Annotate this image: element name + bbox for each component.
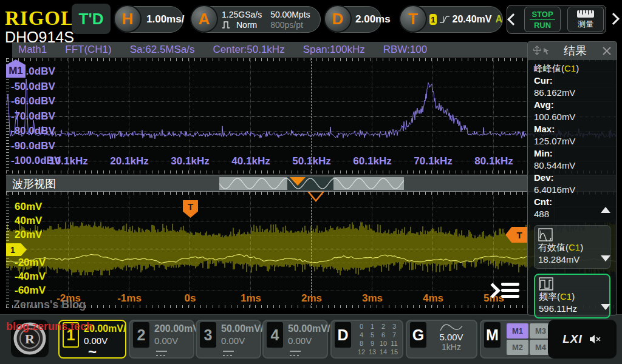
pulse-icon (222, 21, 234, 29)
generator-badge: G (410, 322, 426, 348)
expand-reference-marker[interactable] (307, 192, 324, 202)
rising-edge-icon (439, 15, 450, 24)
chevron-right-icon[interactable] (607, 13, 620, 25)
trigger-status-badge[interactable]: T'D (72, 4, 111, 34)
channel-2-offset: 0.00V (154, 335, 178, 346)
stop-run-button[interactable]: STOP RUN (524, 7, 561, 32)
results-panel[interactable]: 结果 峰峰值(C1) Cur:86.162mVAvg:100.60mVMax:1… (527, 41, 617, 315)
wave-y-label: 20mV (15, 229, 42, 241)
top-toolbar: RIGOL T'D H 1.00ms/ A 1.25GSa/s 50.00Mpt… (0, 0, 622, 39)
digital-channel-number: 8 (356, 340, 367, 348)
rms-value: 18.284mV (538, 254, 606, 266)
generator-frequency: 1kHz (442, 342, 461, 352)
measurement-rows: Cur:86.162mVAvg:100.60mVMax:125.07mVMin:… (534, 75, 610, 220)
results-panel-title: 结果 (564, 43, 587, 59)
trigger-sweep-mode: A (495, 14, 502, 25)
fft-y-label: -80.0dBV (11, 125, 55, 137)
chevron-left-icon[interactable] (507, 13, 519, 25)
trigger-key-icon[interactable]: T (399, 5, 427, 33)
digital-channel-number: 13 (367, 348, 378, 356)
toolbar-nav-group: STOP RUN 测量 (507, 5, 606, 34)
digital-badge: D (335, 322, 351, 348)
watermark-blog-name: Zeruns's Blog (13, 298, 86, 311)
generator-amplitude: 5.00V (439, 332, 463, 342)
measure-button[interactable]: 测量 (567, 7, 604, 32)
stop-run-divider (530, 19, 555, 20)
rigol-logo: RIGOL (5, 7, 75, 30)
fft-rbw: RBW:100 (383, 44, 427, 56)
digital-channel-number: 14 (378, 348, 389, 356)
digital-channels-button[interactable]: D 0123456789101112131415 (330, 320, 403, 359)
wave-y-label: -60mV (15, 285, 46, 297)
frequency-icon (539, 277, 606, 291)
rms-measurement-item[interactable]: 有效值(C1) 18.284mV (534, 225, 610, 269)
generator-button[interactable]: G 5.00V 1kHz (406, 320, 477, 359)
scroll-down-icon[interactable] (601, 255, 610, 261)
fft-center: Center:50.1kHz (213, 44, 285, 56)
channel-4-badge: 4 (267, 322, 283, 348)
memory-depth: 50.00Mpts (270, 10, 310, 19)
trigger-button[interactable]: T 1 20.40mV A (400, 6, 503, 33)
fft-y-label: -70.0dBV (11, 110, 55, 123)
digital-channel-number: 3 (389, 323, 400, 331)
lxi-status[interactable]: LXI (548, 320, 617, 359)
fft-x-label: 30.1kHz (171, 155, 209, 167)
wave-x-label: 3ms (362, 292, 383, 305)
horizontal-key-icon[interactable]: H (114, 5, 142, 33)
horizontal-scale-button[interactable]: H 1.00ms/ (114, 6, 183, 33)
horizontal-scale-value: 1.00ms/ (146, 13, 184, 25)
acquire-key-icon[interactable]: A (190, 5, 218, 33)
digital-channel-number: 4 (356, 331, 367, 339)
frequency-measurement-item[interactable]: 频率(C1) 596.11Hz (534, 274, 610, 318)
math-info-bar[interactable]: Math1 FFT(CH1) Sa:62.5MSa/s Center:50.1k… (12, 42, 527, 58)
wave-y-label: -20mV (15, 257, 46, 269)
result-row-value: 6.4016mV (534, 184, 610, 196)
wave-x-label: 1ms (241, 292, 261, 305)
channel-2-badge: 2 (133, 322, 149, 348)
digital-channel-number: 5 (367, 331, 378, 339)
acquire-button[interactable]: A 1.25GSa/s 50.00Mpts Norm 800ps/pt (191, 6, 321, 33)
channel-4-button[interactable]: 4 50.00mV/ 0.00V (262, 320, 328, 359)
channel-3-button[interactable]: 3 50.00mV/ 0.00V (196, 320, 261, 359)
ruler-icon (576, 10, 595, 18)
channel-4-scale: 50.00mV/ (288, 323, 330, 334)
digital-channel-number: 2 (378, 323, 389, 331)
run-label: RUN (534, 21, 551, 30)
sine-icon (440, 322, 463, 332)
result-row-value: 488 (534, 208, 610, 220)
close-icon[interactable] (602, 46, 612, 56)
delay-button[interactable]: D 2.00ms (324, 6, 381, 33)
fft-x-label: 10.1kHz (49, 155, 87, 167)
waveform-chart[interactable]: T T 1 60mV40mV20mV-20mV-40mV-60mV-2ms-1m… (6, 192, 616, 308)
result-row-value: 100.60mV (534, 111, 610, 123)
channel-3-offset: 0.00V (221, 335, 245, 346)
fft-x-label: 20.1kHz (110, 155, 148, 167)
drag-handle-icon[interactable] (533, 46, 549, 56)
results-panel-header[interactable]: 结果 (528, 42, 617, 60)
digital-channel-number: 10 (378, 340, 389, 348)
speaker-icon[interactable] (589, 333, 602, 345)
trigger-source-badge: 1 (429, 14, 437, 25)
fft-x-label: 80.1kHz (474, 155, 513, 167)
navigator-position-marker[interactable] (290, 177, 306, 186)
waveform-navigator[interactable] (219, 177, 404, 190)
wave-y-label: 40mV (15, 215, 42, 227)
digital-channel-number: 9 (367, 340, 378, 348)
delay-key-icon[interactable]: D (324, 5, 352, 33)
result-row-label: Min: (534, 147, 610, 160)
math-button[interactable]: M M1M3M2M4 (480, 320, 556, 359)
quick-menu-button[interactable] (487, 283, 519, 298)
sample-rate: 1.25GSa/s (222, 10, 262, 19)
math-slot-m1[interactable]: M1 (507, 323, 528, 339)
math-slot-m2[interactable]: M2 (507, 340, 528, 355)
scroll-down2-icon[interactable] (601, 304, 610, 310)
channel-2-button[interactable]: 2 200.00mV/ 0.00V (129, 320, 194, 359)
fft-chart[interactable]: M1 -40.0dBV-50.0dBV-60.0dBV-70.0dBV-80.0… (6, 58, 616, 174)
dc-coupling-icon (156, 351, 167, 357)
sample-resolution: 800ps/pt (270, 20, 310, 30)
result-row-value: 86.162mV (534, 87, 610, 99)
digital-channel-number: 0 (356, 323, 367, 331)
bottom-status-bar: R 1 20.00mV/ 0.00V ~ 2 200.00mV/ 0.00V 3… (0, 314, 622, 364)
delay-value: 2.00ms (355, 13, 391, 25)
scroll-up-icon[interactable] (601, 207, 610, 213)
